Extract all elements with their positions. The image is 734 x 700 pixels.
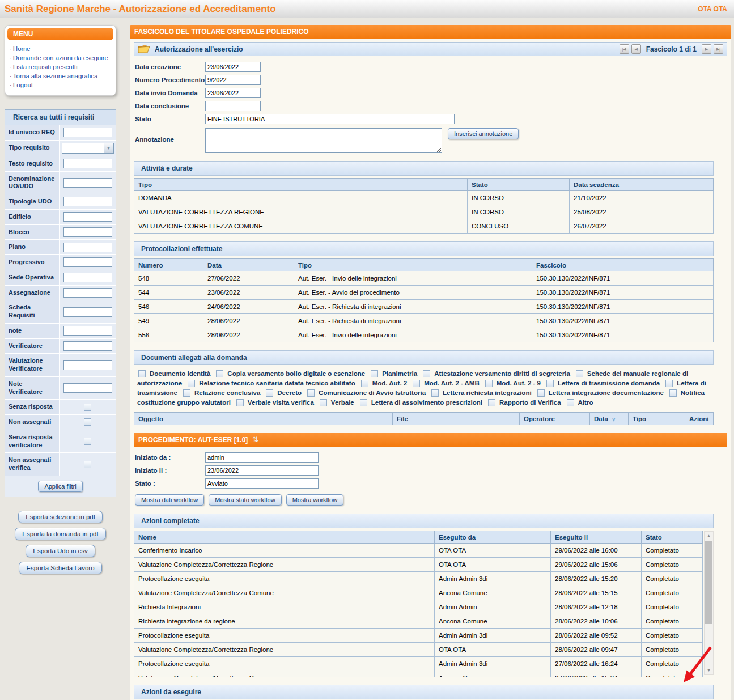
- filter-input-testo-requisito[interactable]: [63, 159, 112, 168]
- filter-input-edificio[interactable]: [63, 212, 112, 222]
- doc-checkbox[interactable]: [537, 389, 545, 397]
- annotazione-textarea[interactable]: [205, 128, 442, 153]
- doc-checkbox[interactable]: [216, 370, 223, 377]
- data-conclusione-input[interactable]: [205, 101, 261, 111]
- refresh-icon[interactable]: ⇅: [252, 437, 258, 443]
- filter-input-progressivo[interactable]: [63, 257, 112, 267]
- column-header[interactable]: Data∨: [590, 413, 629, 425]
- doc-checkbox[interactable]: [413, 380, 420, 387]
- doc-checkbox[interactable]: [665, 380, 673, 387]
- doc-checkbox-label: Decreto: [277, 389, 302, 396]
- filter-input-assegnazione[interactable]: [63, 288, 112, 298]
- filter-input-note-verificatore[interactable]: [63, 383, 112, 393]
- inserisci-annotazione-button[interactable]: Inserisci annotazione: [448, 128, 519, 139]
- filter-input-valutazione-verificatore[interactable]: [63, 360, 112, 370]
- scroll-down-icon[interactable]: ▼: [705, 666, 713, 674]
- table-row: 55628/06/2022Aut. Eser. - Invio delle in…: [134, 328, 714, 342]
- iniziato-il-input[interactable]: [205, 465, 319, 476]
- export-udo-csv-button[interactable]: Esporta Udo in csv: [26, 545, 95, 557]
- doc-checkbox[interactable]: [431, 389, 439, 397]
- prev-page-icon[interactable]: ◀: [631, 44, 641, 54]
- field-label: Data creazione: [135, 62, 205, 70]
- table-header-row: Nome Eseguito da Eseguito il Stato: [134, 531, 703, 544]
- filter-input-scheda-requisiti[interactable]: [63, 307, 112, 317]
- filter-input-sede-operativa[interactable]: [63, 273, 112, 282]
- menu-item-lista-requisiti[interactable]: Lista requisiti prescritti: [10, 62, 112, 71]
- mostra-workflow-button[interactable]: Mostra workflow: [286, 494, 343, 506]
- protocollazioni-table: Numero Data Tipo Fascicolo 54827/06/2022…: [134, 258, 714, 342]
- doc-checkbox[interactable]: [576, 370, 583, 377]
- numero-procedimento-input[interactable]: [205, 75, 261, 85]
- export-selection-pdf-button[interactable]: Esporta selezione in pdf: [18, 511, 103, 523]
- senza-risposta-checkbox[interactable]: [84, 404, 91, 411]
- iniziato-da-input[interactable]: [205, 452, 319, 463]
- export-scheda-lavoro-button[interactable]: Esporta Scheda Lavoro: [19, 562, 101, 574]
- doc-checkbox-label: Lettera richiesta integrazioni: [443, 389, 532, 396]
- doc-checkbox[interactable]: [423, 370, 430, 377]
- mostra-dati-workflow-button[interactable]: Mostra dati workflow: [135, 494, 204, 506]
- mostra-stato-workflow-button[interactable]: Mostra stato workflow: [209, 494, 281, 506]
- authorization-title: Autorizzazione all'esercizio: [155, 45, 243, 53]
- doc-checkbox[interactable]: [236, 399, 244, 406]
- menu-item-domande[interactable]: Domande con azioni da eseguire: [10, 53, 112, 62]
- filter-input-piano[interactable]: [63, 243, 112, 252]
- filter-input-verificatore[interactable]: [63, 341, 112, 351]
- export-domanda-pdf-button[interactable]: Esporta la domanda in pdf: [15, 528, 105, 540]
- scrollbar[interactable]: ▲ ▼: [704, 531, 714, 675]
- next-page-icon[interactable]: ▶: [702, 44, 711, 54]
- doc-checkbox[interactable]: [320, 399, 327, 406]
- doc-checkbox[interactable]: [361, 380, 368, 387]
- menu-item-home[interactable]: Home: [10, 44, 112, 53]
- doc-checkbox[interactable]: [138, 370, 146, 377]
- fascicolo-title-bar: FASCICOLO DEL TITOLARE OSPEDALE POLIEDRI…: [130, 25, 731, 39]
- table-cell: VALUTAZIONE CORRETTEZZA REGIONE: [134, 205, 468, 219]
- documenti-checkbox-flow: Documento IdentitàCopia versamento bollo…: [134, 365, 727, 412]
- table-row: Valutazione Completezza/Correttezza Regi…: [134, 558, 703, 572]
- scrollbar-thumb[interactable]: [705, 541, 712, 624]
- doc-checkbox-label: Documento Identità: [150, 370, 210, 377]
- doc-checkbox-label: Copia versamento bollo digitale o esenzi…: [227, 370, 365, 377]
- table-cell: 150.30.130/2022/INF/871: [532, 328, 714, 342]
- export-buttons: Esporta selezione in pdf Esporta la doma…: [5, 511, 116, 574]
- doc-checkbox[interactable]: [183, 389, 190, 397]
- doc-checkbox[interactable]: [188, 380, 195, 387]
- stato-input[interactable]: [205, 114, 455, 124]
- doc-checkbox[interactable]: [488, 399, 495, 406]
- first-page-icon[interactable]: |◀: [620, 44, 629, 54]
- filter-input-tipologia-udo[interactable]: [63, 197, 112, 206]
- doc-checkbox[interactable]: [567, 399, 574, 406]
- doc-checkbox[interactable]: [307, 389, 315, 397]
- doc-checkbox[interactable]: [266, 389, 273, 397]
- doc-checkbox[interactable]: [485, 380, 493, 387]
- non-assegnati-verifica-checkbox[interactable]: [84, 461, 91, 468]
- data-creazione-input[interactable]: [205, 62, 261, 72]
- senza-risposta-verificatore-checkbox[interactable]: [84, 438, 91, 445]
- scroll-up-icon[interactable]: ▲: [705, 532, 713, 540]
- doc-checkbox[interactable]: [360, 399, 367, 406]
- dropdown-arrow-icon[interactable]: ▼: [104, 143, 113, 153]
- filter-input-denominazione-uo-udo[interactable]: [63, 178, 112, 188]
- non-assegnati-checkbox[interactable]: [84, 418, 91, 426]
- table-cell: Valutazione Completezza/Correttezza Comu…: [134, 671, 435, 677]
- filter-input-id-univoco-req[interactable]: [63, 128, 112, 137]
- doc-checkbox[interactable]: [371, 370, 378, 377]
- menu-item-anagrafica[interactable]: Torna alla sezione anagrafica: [10, 71, 112, 80]
- last-page-icon[interactable]: ▶|: [714, 44, 723, 54]
- column-header: Data scadenza: [570, 179, 714, 191]
- field-label: Numero Procedimento: [135, 75, 205, 83]
- column-header: Numero: [134, 259, 203, 271]
- menu-item-logout[interactable]: Logout: [10, 80, 112, 90]
- filter-input-note[interactable]: [63, 326, 112, 336]
- data-invio-domanda-input[interactable]: [205, 88, 261, 98]
- table-cell: Richiesta Integrazioni: [134, 600, 435, 614]
- doc-checkbox[interactable]: [669, 389, 677, 397]
- column-header: Stato: [642, 531, 703, 544]
- column-header: Azioni: [685, 413, 714, 425]
- table-cell: 27/06/2022 alle 16:24: [551, 657, 642, 671]
- apply-filters-button[interactable]: Applica filtri: [38, 481, 82, 492]
- stato-procedimento-input[interactable]: [205, 478, 319, 489]
- tipo-requisito-select[interactable]: -------------- ▼: [62, 143, 114, 154]
- doc-checkbox[interactable]: [546, 380, 554, 387]
- attivita-section-header: Attività e durate: [134, 161, 714, 176]
- filter-input-blocco[interactable]: [63, 227, 112, 237]
